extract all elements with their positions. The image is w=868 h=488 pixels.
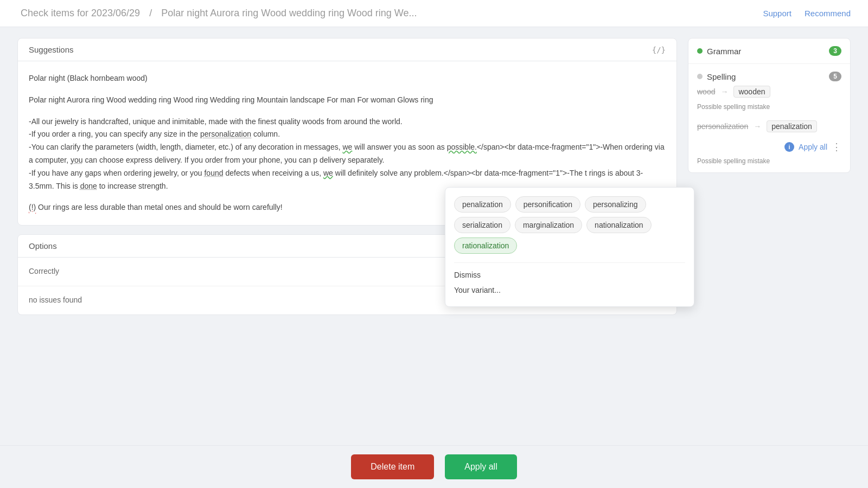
new-word-2[interactable]: penalization	[767, 120, 817, 132]
your-variant-action[interactable]: Your variant...	[454, 282, 685, 298]
chip-marginalization[interactable]: marginalization	[515, 217, 582, 233]
spelling-section-header: Spelling 5	[697, 72, 841, 81]
apply-all-button[interactable]: Apply all	[445, 454, 516, 479]
suggestion-row-2: personalization → penalization	[697, 116, 841, 137]
grammar-section: Grammar 3	[688, 38, 850, 64]
code-icon: {/}	[652, 46, 666, 54]
spelling-label: Spelling	[707, 72, 736, 81]
chip-personalizing[interactable]: personalizing	[585, 196, 646, 213]
grammar-section-header: Grammar 3	[697, 46, 841, 56]
support-link[interactable]: Support	[763, 9, 792, 18]
spelling-section: Spelling 5 wood → wooden Possible spelli…	[688, 64, 850, 172]
breadcrumb-part2: Polar night Aurora ring Wood wedding rin…	[161, 8, 417, 18]
info-icon[interactable]: i	[784, 142, 794, 152]
dropdown-divider	[454, 262, 685, 263]
personalization-link: personalization	[200, 130, 251, 138]
spelling-dropdown: penalization personification personalizi…	[445, 187, 694, 307]
found-text: found	[204, 169, 223, 177]
possible-spelling-1: Possible spelling mistake	[697, 103, 841, 111]
sidebar-card: Grammar 3 Spelling 5 wood →	[688, 38, 851, 173]
arrow-icon-1: →	[720, 87, 728, 96]
you-text: you	[71, 156, 83, 164]
right-panel: Grammar 3 Spelling 5 wood →	[688, 38, 851, 315]
dismiss-action[interactable]: Dismiss	[454, 267, 685, 282]
spelling-dot	[697, 74, 703, 79]
recommend-link[interactable]: Recommend	[805, 9, 851, 18]
grammar-label: Grammar	[707, 47, 741, 56]
suggestions-card-header: Suggestions {/}	[18, 38, 676, 61]
spelling-section-left: Spelling	[697, 72, 736, 81]
chip-personification[interactable]: personification	[515, 196, 580, 213]
suggestion-para3: -All our jewelry is handcrafted, unique …	[29, 115, 666, 193]
chip-penalization[interactable]: penalization	[454, 196, 511, 213]
apply-all-inline-button[interactable]: Apply all	[799, 143, 827, 151]
possible-spelling-2: Possible spelling mistake	[697, 157, 841, 165]
spelling-badge: 5	[829, 72, 841, 81]
bottom-bar: Delete item Apply all	[0, 445, 868, 488]
exclamation-text: (!)	[29, 203, 36, 211]
old-word-2: personalization	[697, 122, 748, 131]
we-text2: we	[323, 169, 333, 177]
grammar-section-left: Grammar	[697, 47, 741, 56]
suggestion-para1: Polar night (Black hornbeam wood)	[29, 72, 666, 85]
delete-item-button[interactable]: Delete item	[351, 454, 434, 479]
header-actions: Support Recommend	[763, 9, 851, 18]
done-text: done	[80, 182, 97, 190]
more-options-icon[interactable]: ⋮	[832, 141, 841, 153]
chip-nationalization[interactable]: nationalization	[586, 217, 652, 233]
suggestion-para2: Polar night Aurora ring Wood wedding rin…	[29, 94, 666, 107]
breadcrumb: Check items for 2023/06/29 / Polar night…	[17, 8, 420, 19]
arrow-icon-2: →	[754, 122, 761, 131]
suggestion-row-1: wood → wooden	[697, 81, 841, 102]
old-word-1: wood	[697, 87, 715, 96]
breadcrumb-separator: /	[149, 8, 152, 18]
apply-all-row: i Apply all ⋮	[697, 137, 841, 154]
new-word-1[interactable]: wooden	[733, 86, 770, 98]
chip-rationalization[interactable]: rationalization	[454, 237, 517, 254]
grammar-dot	[697, 48, 703, 54]
grammar-badge: 3	[829, 46, 841, 56]
suggestions-card-title: Suggestions	[29, 45, 74, 54]
dropdown-suggestions: penalization personification personalizi…	[454, 196, 685, 254]
possible-text: possible.	[447, 143, 477, 151]
we-text: we	[342, 143, 352, 151]
main-layout: Suggestions {/} Polar night (Black hornb…	[0, 27, 868, 326]
chip-serialization[interactable]: serialization	[454, 217, 510, 233]
header: Check items for 2023/06/29 / Polar night…	[0, 0, 868, 27]
breadcrumb-part1: Check items for 2023/06/29	[21, 8, 140, 18]
options-card-title: Options	[29, 241, 57, 251]
